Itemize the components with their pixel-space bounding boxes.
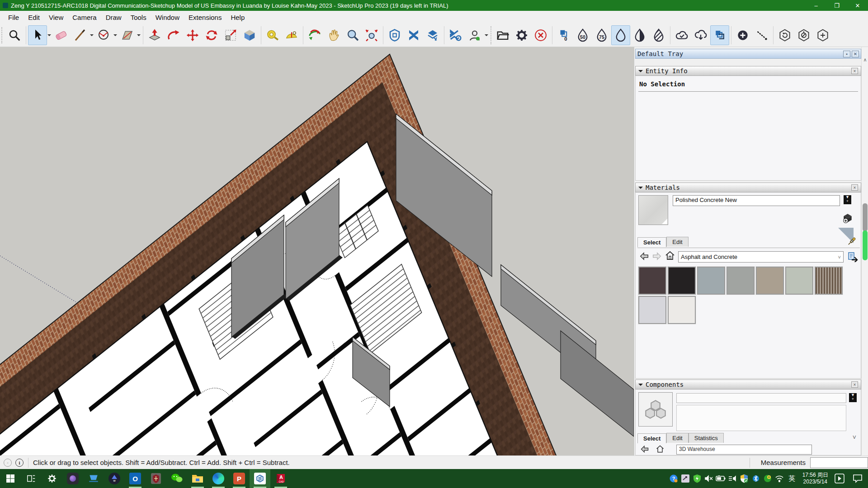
swatch-asphalt-black[interactable] xyxy=(668,267,696,295)
start-button[interactable] xyxy=(0,469,21,488)
tray-scrollbar[interactable]: ∧ xyxy=(861,47,868,455)
scale-tool[interactable] xyxy=(221,25,240,45)
select-tool-caret[interactable] xyxy=(47,25,52,45)
open-folder-icon[interactable] xyxy=(493,25,512,45)
account-icon[interactable] xyxy=(465,25,484,45)
swatch-concrete-speckled[interactable] xyxy=(726,267,755,295)
create-material-icon[interactable] xyxy=(842,212,854,224)
menu-camera[interactable]: Camera xyxy=(68,12,101,23)
box-partial-icon[interactable] xyxy=(813,25,832,45)
face-style-half-icon[interactable] xyxy=(630,25,649,45)
axes-dashed-icon[interactable] xyxy=(752,25,771,45)
pan-tool[interactable] xyxy=(324,25,343,45)
taskbar-camera-icon[interactable] xyxy=(62,469,83,488)
arc-tool-caret[interactable] xyxy=(113,25,118,45)
taskbar-file-explorer-icon[interactable] xyxy=(187,469,208,488)
menu-edit[interactable]: Edit xyxy=(24,12,44,23)
select-tool[interactable] xyxy=(28,25,47,45)
show-hidden-icons-button[interactable] xyxy=(832,469,847,488)
face-style-75-icon[interactable]: 75 xyxy=(592,25,611,45)
box-history-icon[interactable] xyxy=(775,25,794,45)
face-style-shaded-icon[interactable] xyxy=(611,25,630,45)
taskbar-pc-icon[interactable] xyxy=(83,469,104,488)
materials-close-icon[interactable]: × xyxy=(851,184,858,191)
cancel-red-icon[interactable] xyxy=(531,25,550,45)
scrollbar-thumb-highlight[interactable] xyxy=(863,230,868,260)
task-view-button[interactable] xyxy=(21,469,42,488)
account-caret[interactable] xyxy=(484,25,489,45)
swatch-asphalt-dark-brown[interactable] xyxy=(638,267,666,295)
scroll-up-icon[interactable]: ∧ xyxy=(862,57,868,63)
shape-tool-caret[interactable] xyxy=(137,25,141,45)
materials-header[interactable]: Materials × xyxy=(635,183,861,192)
menu-draw[interactable]: Draw xyxy=(101,12,126,23)
material-preview-thumbnail[interactable] xyxy=(638,195,668,225)
graphics-tray-icon[interactable] xyxy=(679,469,691,488)
move-tool[interactable] xyxy=(183,25,202,45)
tray-close-icon[interactable]: ✕ xyxy=(852,51,859,57)
taskbar-sketchup-icon[interactable] xyxy=(250,469,270,488)
components-tab-edit[interactable]: Edit xyxy=(666,433,688,443)
line-tool[interactable] xyxy=(71,25,90,45)
box-hide-icon[interactable] xyxy=(794,25,813,45)
forward-arrow-icon[interactable] xyxy=(652,251,662,261)
components-tab-statistics[interactable]: Statistics xyxy=(689,433,724,443)
taskbar-clock[interactable]: 17:56 周日 2023/5/14 xyxy=(799,472,832,485)
layers-blue-icon[interactable] xyxy=(710,25,729,45)
xray-mode-icon[interactable]: 0 xyxy=(554,25,573,45)
material-collection-dropdown[interactable]: Asphalt and Concrete ˅ xyxy=(678,251,844,263)
chevron-down-icon[interactable]: ˅ xyxy=(853,434,856,441)
materials-tab-edit[interactable]: Edit xyxy=(666,237,688,247)
warehouse-model-icon[interactable] xyxy=(385,25,404,45)
component-collection-dropdown[interactable]: 3D Warehouse xyxy=(676,445,812,455)
display-secondary-pane-icon[interactable]: ▼+ xyxy=(844,195,851,204)
component-description-box[interactable] xyxy=(676,405,846,431)
close-button[interactable]: ✕ xyxy=(847,0,868,11)
paint-bucket-tool[interactable] xyxy=(240,25,259,45)
materials-tab-select[interactable]: Select xyxy=(637,237,666,247)
collection-details-arrow-icon[interactable] xyxy=(847,251,858,262)
bluetooth-icon[interactable] xyxy=(750,469,762,488)
components-header[interactable]: Components × xyxy=(635,380,861,389)
component-preview-thumbnail[interactable] xyxy=(638,392,673,427)
cloud-ok-icon[interactable] xyxy=(672,25,691,45)
eraser-tool[interactable] xyxy=(52,25,71,45)
component-secondary-pane-icon[interactable]: ▼+ xyxy=(849,393,857,402)
menu-extensions[interactable]: Extensions xyxy=(184,12,226,23)
menu-window[interactable]: Window xyxy=(151,12,184,23)
swatch-polished-light[interactable] xyxy=(638,296,666,324)
volume-muted-icon[interactable] xyxy=(703,469,715,488)
taskbar-powerpoint-icon[interactable]: P xyxy=(229,469,250,488)
add-location-icon[interactable] xyxy=(733,25,752,45)
menu-help[interactable]: Help xyxy=(226,12,249,23)
swatch-polished-new[interactable] xyxy=(668,296,696,324)
taskbar-crest-app-icon[interactable] xyxy=(146,469,166,488)
menu-tools[interactable]: Tools xyxy=(126,12,151,23)
sample-eyedropper-icon[interactable] xyxy=(847,236,857,246)
taskbar-settings-icon[interactable] xyxy=(42,469,62,488)
rotate-tool[interactable] xyxy=(202,25,221,45)
swatch-concrete-pale-sage[interactable] xyxy=(785,267,813,295)
defender-shield-icon[interactable] xyxy=(738,469,750,488)
info-icon[interactable]: i xyxy=(15,459,24,467)
share-model-icon[interactable] xyxy=(423,25,442,45)
material-name-field[interactable]: Polished Concrete New xyxy=(673,195,840,206)
components-tab-select[interactable]: Select xyxy=(637,433,666,443)
follow-me-tool[interactable] xyxy=(164,25,183,45)
settings-gear-icon[interactable] xyxy=(512,25,531,45)
model-canvas[interactable] xyxy=(0,47,634,455)
shape-tool[interactable] xyxy=(118,25,137,45)
entity-info-header[interactable]: Entity Info × xyxy=(635,66,861,76)
arc-tool[interactable] xyxy=(94,25,113,45)
swatch-concrete-blue-gray[interactable] xyxy=(697,267,725,295)
action-center-icon[interactable] xyxy=(847,469,868,488)
home-icon[interactable] xyxy=(665,250,675,261)
collapse-triangle-icon[interactable] xyxy=(638,187,643,191)
collapse-triangle-icon[interactable] xyxy=(638,384,643,388)
tape-measure-tool[interactable] xyxy=(263,25,282,45)
component-name-field[interactable] xyxy=(676,393,846,403)
minimize-button[interactable]: – xyxy=(806,0,826,11)
ime-indicator[interactable]: 英 xyxy=(785,474,799,483)
face-style-50-icon[interactable]: 50 xyxy=(573,25,592,45)
maximize-button[interactable]: ❐ xyxy=(826,0,847,11)
